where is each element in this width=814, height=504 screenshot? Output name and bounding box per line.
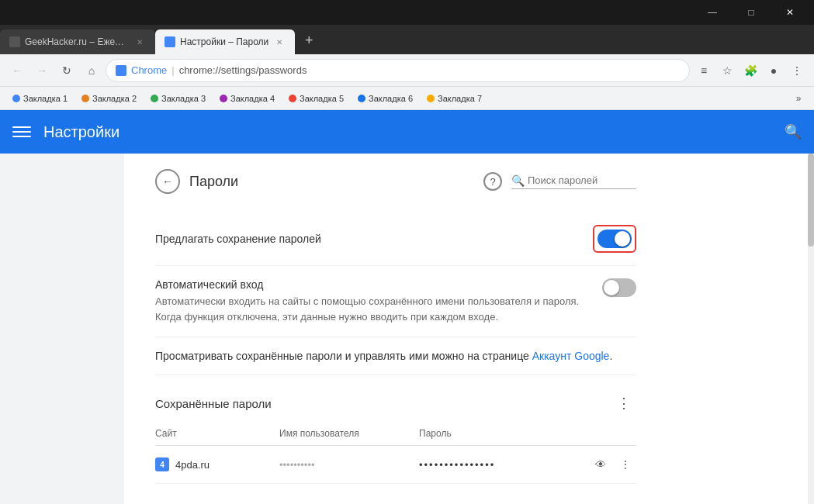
site-name-4pda: 4pda.ru	[175, 459, 210, 471]
show-password-button-4pda[interactable]: 👁	[590, 454, 611, 475]
close-button[interactable]: ✕	[772, 0, 808, 25]
tab-close-settings[interactable]: ✕	[273, 36, 286, 48]
address-icons: ≡ ☆ 🧩 ● ⋮	[693, 60, 808, 81]
bookmark-label-2: Закладка 2	[92, 94, 137, 103]
hamburger-line-3	[12, 136, 31, 137]
bookmark-label-4: Закладка 4	[230, 94, 275, 103]
new-tab-button[interactable]: +	[298, 29, 320, 51]
col-site-header: Сайт	[155, 428, 279, 439]
bookmark-dot-7	[427, 95, 435, 102]
url-bar[interactable]: Chrome | chrome://settings/passwords	[106, 59, 690, 82]
autologin-desc2: Когда функция отключена, эти данные нужн…	[155, 309, 593, 325]
tab-label-geekhacker: GeekHacker.ru – Ежедневный ж...	[25, 36, 129, 47]
autologin-header: Автоматический вход Автоматически входит…	[155, 278, 636, 324]
bookmark-item-4[interactable]: Закладка 4	[213, 90, 281, 107]
search-passwords-container[interactable]: 🔍	[511, 174, 636, 189]
offer-save-label: Предлагать сохранение паролей	[155, 233, 593, 245]
google-account-text: Просматривать сохранённые пароли и управ…	[155, 350, 532, 362]
google-account-row: Просматривать сохранённые пароли и управ…	[155, 337, 636, 375]
user-cell-4pda: ••••••••••	[279, 459, 419, 471]
home-button[interactable]: ⌂	[81, 60, 102, 81]
back-to-settings-button[interactable]: ←	[155, 169, 180, 194]
bookmark-dot-5	[289, 95, 296, 102]
bookmark-dot-4	[220, 95, 227, 102]
offer-save-setting-row: Предлагать сохранение паролей	[155, 212, 636, 266]
google-account-link[interactable]: Аккаунт Google	[532, 350, 610, 362]
table-header: Сайт Имя пользователя Пароль	[155, 422, 636, 446]
address-bar: ← → ↻ ⌂ Chrome | chrome://settings/passw…	[0, 54, 814, 87]
tab-settings[interactable]: Настройки – Пароли ✕	[155, 29, 295, 54]
offer-save-toggle-thumb	[615, 231, 630, 247]
hamburger-line-2	[12, 131, 31, 133]
refresh-button[interactable]: ↻	[56, 60, 78, 81]
sidebar	[0, 154, 124, 504]
bookmarks-more-button[interactable]: »	[789, 89, 808, 108]
bookmarks-bar: Закладка 1 Закладка 2 Закладка 3 Закладк…	[0, 87, 814, 110]
col-user-header: Имя пользователя	[279, 428, 419, 439]
back-button[interactable]: ←	[6, 60, 28, 81]
more-icon[interactable]: ⋮	[786, 60, 808, 81]
settings-layout: Настройки 🔍 ← Пароли ? 🔍	[0, 110, 814, 504]
maximize-button[interactable]: □	[733, 0, 769, 25]
hamburger-menu-button[interactable]	[12, 123, 31, 141]
titlebar: — □ ✕	[0, 0, 814, 25]
autologin-toggle[interactable]	[602, 278, 636, 297]
offer-save-toggle[interactable]	[598, 230, 632, 248]
forward-button[interactable]: →	[31, 60, 53, 81]
saved-passwords-more-button[interactable]: ⋮	[611, 391, 636, 416]
bookmark-item-5[interactable]: Закладка 5	[282, 90, 350, 107]
search-passwords-icon: 🔍	[511, 174, 525, 187]
tab-label-settings: Настройки – Пароли	[180, 36, 268, 47]
search-passwords-input[interactable]	[528, 174, 636, 186]
bookmark-label-3: Закладка 3	[161, 94, 206, 103]
url-favicon	[116, 65, 126, 76]
star-icon[interactable]: ☆	[716, 60, 738, 81]
col-pass-header: Пароль	[419, 428, 543, 439]
tab-close-geekhacker[interactable]: ✕	[133, 36, 146, 48]
content-area: ← Пароли ? 🔍 Предлагать сохранение парол…	[0, 154, 814, 504]
url-separator: |	[171, 64, 174, 76]
help-button[interactable]: ?	[483, 172, 502, 191]
bookmark-dot-1	[12, 95, 20, 102]
minimize-button[interactable]: —	[694, 0, 730, 25]
bookmark-item-3[interactable]: Закладка 3	[144, 90, 212, 107]
bookmark-item-7[interactable]: Закладка 7	[421, 90, 488, 107]
settings-search-button[interactable]: 🔍	[785, 123, 802, 140]
bookmark-item-2[interactable]: Закладка 2	[75, 90, 143, 107]
url-brand: Chrome	[131, 64, 167, 76]
bookmark-dot-2	[81, 95, 89, 102]
autologin-text: Автоматический вход Автоматически входит…	[155, 278, 593, 324]
tab-geekhacker[interactable]: GeekHacker.ru – Ежедневный ж... ✕	[0, 29, 155, 54]
table-row: 4 4pda.ru •••••••••• ••••••••••••••• 👁 ⋮	[155, 446, 636, 484]
bookmark-label-1: Закладка 1	[23, 94, 68, 103]
pass-cell-4pda: •••••••••••••••	[419, 459, 528, 471]
scrollbar-thumb[interactable]	[808, 154, 814, 247]
passwords-title: Пароли	[189, 174, 238, 190]
bookmark-label-6: Закладка 6	[369, 94, 413, 103]
profile-icon[interactable]: ●	[763, 60, 785, 81]
saved-passwords-header: Сохранённые пароли ⋮	[155, 375, 636, 422]
bookmark-item-1[interactable]: Закладка 1	[6, 90, 74, 107]
scrollbar[interactable]	[808, 154, 814, 504]
tab-bar: GeekHacker.ru – Ежедневный ж... ✕ Настро…	[0, 25, 814, 54]
tab-favicon-settings	[165, 36, 175, 47]
passwords-table: Сайт Имя пользователя Пароль 4 4pda.ru •…	[155, 422, 636, 484]
url-path: chrome://settings/passwords	[179, 64, 307, 76]
site-favicon-4pda: 4	[155, 457, 169, 471]
extensions-icon[interactable]: 🧩	[740, 60, 761, 81]
offer-save-toggle-container	[593, 225, 636, 253]
autologin-title: Автоматический вход	[155, 278, 593, 291]
autologin-toggle-thumb	[604, 280, 619, 295]
bookmark-dot-6	[358, 95, 365, 102]
row-actions-4pda: 👁 ⋮	[590, 454, 636, 475]
settings-title: Настройки	[43, 123, 120, 141]
bookmark-item-6[interactable]: Закладка 6	[352, 90, 419, 107]
row-more-button-4pda[interactable]: ⋮	[615, 454, 636, 475]
passwords-panel: ← Пароли ? 🔍 Предлагать сохранение парол…	[124, 154, 667, 499]
autologin-desc1: Автоматически входить на сайты с помощью…	[155, 294, 593, 309]
passwords-header-right: ? 🔍	[483, 172, 636, 191]
saved-passwords-label: Сохранённые пароли	[155, 397, 272, 410]
bookmark-dot-3	[151, 95, 158, 102]
menu-icon[interactable]: ≡	[693, 60, 715, 81]
settings-header: Настройки 🔍	[0, 110, 814, 154]
